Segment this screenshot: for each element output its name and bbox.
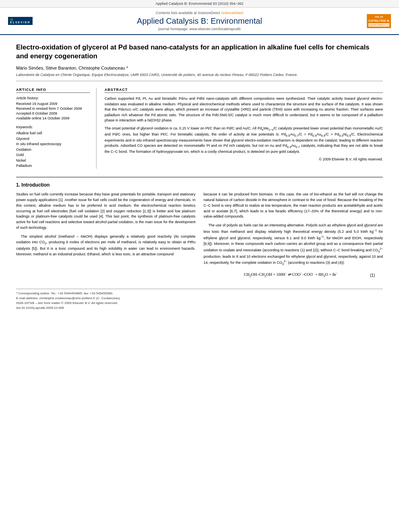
catalysis-logo-text: CATALYSIS B <box>368 19 389 23</box>
received-revised-date: Received in revised form 7 October 2009 <box>16 107 90 111</box>
journal-logo-right: VOL 93 CATALYSIS B ENVIRONMENTAL <box>359 14 391 28</box>
intro-left-para1: Studies on fuel cells currently increase… <box>16 192 195 231</box>
journal-title-text: Applied Catalysis B: Environmental <box>40 16 359 26</box>
affiliation: Laboratoire de Catalyse en Chimie Organi… <box>16 73 383 81</box>
section-divider <box>16 177 383 177</box>
top-bar: Applied Catalysis B: Environmental 93 (2… <box>0 0 399 8</box>
page-wrapper: Applied Catalysis B: Environmental 93 (2… <box>0 0 399 532</box>
article-history-label: Article history: <box>16 96 90 100</box>
keyword-oxidation: Oxidation <box>16 147 90 153</box>
authors-line: Mário Simões, Stève Baranton, Christophe… <box>16 66 383 70</box>
science-direct-line: Contents lists available at ScienceDirec… <box>40 11 359 15</box>
email-note: E-mail address: christophe.coutanceau@un… <box>16 296 383 300</box>
article-info-column: ARTICLE INFO Article history: Received 1… <box>16 88 97 169</box>
intro-left-para2: The simplest alcohol (methanol – MeOH) d… <box>16 234 195 257</box>
keywords-label: Keywords: <box>16 125 90 129</box>
keyword-palladium: Palladium <box>16 163 90 169</box>
issn-line: 0926-3373/$ – see front matter © 2009 El… <box>16 301 383 305</box>
keyword-insitu: In situ infrared spectroscopy <box>16 142 90 147</box>
equation-1-wrapper: CH2OH–CH2OH + 100H− ⇌ COO−–COO− + 8H2O +… <box>204 270 383 281</box>
equation-1-text: CH2OH–CH2OH + 100H− ⇌ COO−–COO− + 8H2O +… <box>212 271 370 279</box>
equation-1-number: (1) <box>370 272 375 279</box>
abstract-para2: The onset potential of glycerol oxidatio… <box>105 126 383 155</box>
abstract-para1: Carbon supported Pd, Pt, Au and bimetall… <box>105 96 383 123</box>
keywords-section: Keywords: Alkaline fuel cell Glycerol In… <box>16 125 90 169</box>
main-content: Electro-oxidation of glycerol at Pd base… <box>0 35 399 319</box>
introduction-body: Studies on fuel cells currently increase… <box>16 192 383 281</box>
authors-text: Mário Simões, Stève Baranton, Christophe… <box>16 66 128 70</box>
journal-header: 🌿 ELSEVIER Contents lists available at S… <box>0 8 399 35</box>
corresponding-note: * Corresponding author. Tel.: +33 549445… <box>16 292 383 295</box>
copyright-line: © 2009 Elsevier B.V. All rights reserved… <box>105 157 383 161</box>
science-direct-text: Contents lists available at ScienceDirec… <box>156 11 220 15</box>
footer-area: * Corresponding author. Tel.: +33 549445… <box>16 289 383 310</box>
article-title: Electro-oxidation of glycerol at Pd base… <box>16 43 383 61</box>
keyword-gold: Gold <box>16 152 90 158</box>
journal-homepage: journal homepage: www.elsevier.com/locat… <box>40 27 359 31</box>
doi-line: doi:10.1016/j.apcatb.2009.10.008 <box>16 306 383 310</box>
intro-left-col: Studies on fuel cells currently increase… <box>16 192 195 281</box>
catalysis-logo: VOL 93 CATALYSIS B ENVIRONMENTAL <box>367 14 391 28</box>
received-date-1: Received 19 August 2009 <box>16 102 90 106</box>
abstract-header: ABSTRACT <box>105 88 383 93</box>
journal-header-center: Contents lists available at ScienceDirec… <box>40 11 359 31</box>
section-number: 1. <box>16 182 20 188</box>
introduction-heading: 1. Introduction <box>16 182 383 188</box>
available-online-date: Available online 14 October 2009 <box>16 116 90 120</box>
elsevier-logo: 🌿 ELSEVIER <box>8 17 40 25</box>
elsevier-name: ELSEVIER <box>10 21 31 24</box>
article-info-header: ARTICLE INFO <box>16 88 90 93</box>
journal-citation: Applied Catalysis B: Environmental 93 (2… <box>156 2 244 6</box>
abstract-text: Carbon supported Pd, Pt, Au and bimetall… <box>105 96 383 155</box>
intro-right-para2: The use of polyols as fuels can be an in… <box>204 223 383 267</box>
section-title: Introduction <box>21 182 49 188</box>
science-direct-link[interactable]: ScienceDirect <box>221 11 244 15</box>
elsevier-logo-box: 🌿 ELSEVIER <box>8 17 33 25</box>
accepted-date: Accepted 8 October 2009 <box>16 111 90 115</box>
abstract-column: ABSTRACT Carbon supported Pd, Pt, Au and… <box>105 88 383 169</box>
intro-right-para1: because it can be produced from biomass.… <box>204 192 383 220</box>
keyword-nickel: Nickel <box>16 158 90 164</box>
keyword-glycerol: Glycerol <box>16 136 90 142</box>
intro-right-col: because it can be produced from biomass.… <box>204 192 383 281</box>
article-info-abstract-section: ARTICLE INFO Article history: Received 1… <box>16 88 383 169</box>
keyword-alkaline: Alkaline fuel cell <box>16 131 90 136</box>
